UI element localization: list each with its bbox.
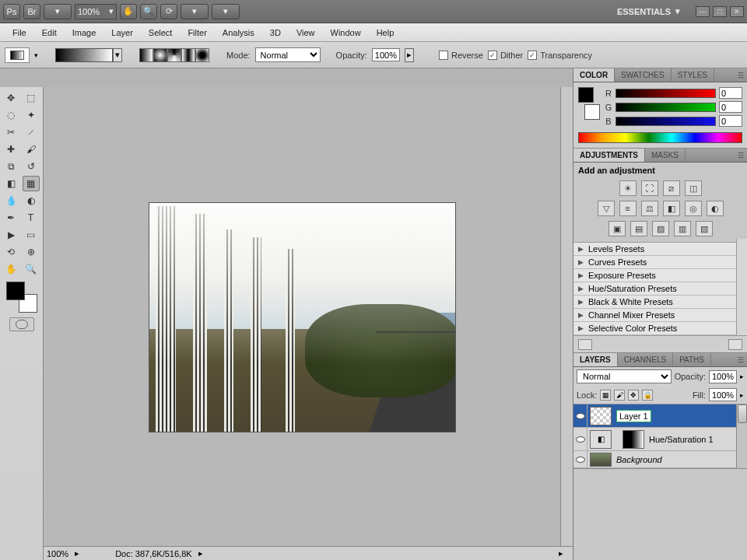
transparency-checkbox[interactable]: [528, 51, 537, 60]
adjustment-thumbnail[interactable]: ◧: [590, 430, 612, 449]
lasso-tool[interactable]: ◌: [2, 107, 19, 123]
preset-selective-color[interactable]: ▶Selective Color Presets: [573, 322, 736, 335]
rect-marquee-tool[interactable]: ⬚: [23, 90, 40, 106]
visibility-toggle[interactable]: [573, 428, 587, 450]
menu-help[interactable]: Help: [370, 26, 401, 40]
horizontal-scrollbar[interactable]: ▸: [559, 548, 570, 558]
zoom-tool[interactable]: 🔍: [23, 261, 40, 277]
dither-checkbox[interactable]: [488, 51, 497, 60]
hue-sat-icon[interactable]: ≡: [619, 201, 637, 216]
canvas-area[interactable]: [44, 87, 573, 546]
blend-mode-select[interactable]: Normal: [255, 47, 321, 62]
menu-select[interactable]: Select: [142, 26, 179, 40]
gradient-angle[interactable]: [167, 48, 181, 62]
history-dropdown[interactable]: ▾: [44, 4, 72, 19]
preset-exposure[interactable]: ▶Exposure Presets: [573, 269, 736, 282]
tab-paths[interactable]: PATHS: [673, 353, 711, 366]
lock-pixels-icon[interactable]: 🖌: [614, 390, 625, 401]
invert-icon[interactable]: ▣: [608, 221, 626, 236]
hand-tool[interactable]: ✋: [2, 261, 19, 277]
gradient-map-icon[interactable]: ▥: [674, 221, 691, 236]
tab-layers[interactable]: LAYERS: [573, 353, 618, 366]
color-preview[interactable]: [578, 87, 600, 120]
preset-levels[interactable]: ▶Levels Presets: [573, 243, 736, 256]
foreground-color-swatch[interactable]: [6, 282, 25, 300]
arrange-docs-dropdown[interactable]: ▾: [181, 4, 209, 19]
r-value[interactable]: [719, 87, 742, 99]
posterize-icon[interactable]: ▤: [630, 221, 647, 236]
zoom-level-combo[interactable]: 100%▾: [75, 4, 117, 19]
color-swatches[interactable]: [6, 282, 37, 313]
pen-tool[interactable]: ✒: [2, 210, 19, 226]
minimize-button[interactable]: —: [696, 6, 710, 17]
levels-icon[interactable]: ⛶: [641, 180, 658, 196]
layer-thumbnail[interactable]: [590, 407, 612, 425]
layer-row[interactable]: ◧ Hue/Saturation 1: [573, 428, 747, 451]
lock-all-icon[interactable]: 🔒: [642, 390, 653, 401]
zoom-tool-shortcut[interactable]: 🔍: [140, 4, 157, 19]
g-slider[interactable]: [615, 103, 716, 112]
shape-tool[interactable]: ▭: [23, 227, 40, 243]
threshold-icon[interactable]: ▨: [652, 221, 669, 236]
layer-name[interactable]: Hue/Saturation 1: [647, 435, 747, 444]
b-slider[interactable]: [615, 117, 716, 126]
photo-filter-icon[interactable]: ◎: [685, 201, 702, 216]
opacity-flyout[interactable]: ▸: [405, 48, 414, 62]
tab-adjustments[interactable]: ADJUSTMENTS: [573, 149, 645, 162]
maximize-button[interactable]: □: [713, 6, 727, 17]
r-slider[interactable]: [615, 89, 716, 98]
move-tool[interactable]: ✥: [2, 90, 19, 106]
menu-3d[interactable]: 3D: [264, 26, 287, 40]
tool-preset-picker[interactable]: [5, 47, 30, 63]
reverse-checkbox[interactable]: [439, 51, 448, 60]
lock-position-icon[interactable]: ✥: [628, 390, 639, 401]
visibility-toggle[interactable]: [573, 451, 587, 467]
3d-rotate-tool[interactable]: ⟲: [2, 244, 19, 260]
preset-bw[interactable]: ▶Black & White Presets: [573, 296, 736, 309]
screen-mode-dropdown[interactable]: ▾: [212, 4, 240, 19]
mask-thumbnail[interactable]: [622, 430, 644, 449]
tab-styles[interactable]: STYLES: [672, 68, 714, 82]
gradient-linear[interactable]: [139, 48, 153, 62]
close-button[interactable]: ✕: [730, 6, 744, 17]
app-icon[interactable]: Ps: [3, 4, 20, 19]
lock-transparency-icon[interactable]: ▦: [600, 390, 611, 401]
menu-view[interactable]: View: [290, 26, 321, 40]
g-value[interactable]: [719, 101, 742, 113]
menu-analysis[interactable]: Analysis: [216, 26, 261, 40]
opacity-input[interactable]: [372, 48, 400, 61]
preset-hue-sat[interactable]: ▶Hue/Saturation Presets: [573, 282, 736, 296]
spot-heal-tool[interactable]: ✚: [2, 142, 19, 157]
quick-mask-toggle[interactable]: [9, 317, 34, 331]
preset-channel-mixer[interactable]: ▶Channel Mixer Presets: [573, 309, 736, 322]
crop-tool[interactable]: ✂: [2, 124, 19, 140]
adj-footer-icon-left[interactable]: [578, 339, 592, 350]
opacity-flyout-icon[interactable]: ▸: [740, 373, 744, 380]
vertical-scrollbar[interactable]: [560, 87, 573, 546]
eyedropper-tool[interactable]: ⟋: [23, 124, 40, 140]
gradient-reflected[interactable]: [181, 48, 195, 62]
quick-select-tool[interactable]: ✦: [23, 107, 40, 123]
b-value[interactable]: [719, 115, 742, 127]
bw-icon[interactable]: ◧: [663, 201, 680, 216]
menu-edit[interactable]: Edit: [36, 26, 63, 40]
fill-flyout-icon[interactable]: ▸: [740, 391, 744, 399]
3d-orbit-tool[interactable]: ⊕: [23, 244, 40, 260]
brightness-icon[interactable]: ☀: [619, 180, 637, 196]
document-canvas[interactable]: [149, 202, 456, 432]
path-select-tool[interactable]: ▶: [2, 227, 19, 243]
history-brush-tool[interactable]: ↺: [23, 159, 40, 174]
menu-filter[interactable]: Filter: [181, 26, 212, 40]
gradient-radial[interactable]: [153, 48, 167, 62]
gradient-picker[interactable]: [55, 48, 113, 62]
tab-channels[interactable]: CHANNELS: [618, 353, 673, 366]
layer-name[interactable]: Background: [614, 455, 747, 464]
layer-row[interactable]: Background: [573, 451, 747, 468]
preset-curves[interactable]: ▶Curves Presets: [573, 256, 736, 269]
clone-stamp-tool[interactable]: ⧉: [2, 159, 19, 174]
tab-swatches[interactable]: SWATCHES: [615, 68, 672, 82]
layer-thumbnail[interactable]: [590, 453, 612, 467]
blur-tool[interactable]: 💧: [2, 193, 19, 208]
exposure-icon[interactable]: ◫: [685, 180, 702, 196]
brush-tool[interactable]: 🖌: [23, 142, 40, 157]
